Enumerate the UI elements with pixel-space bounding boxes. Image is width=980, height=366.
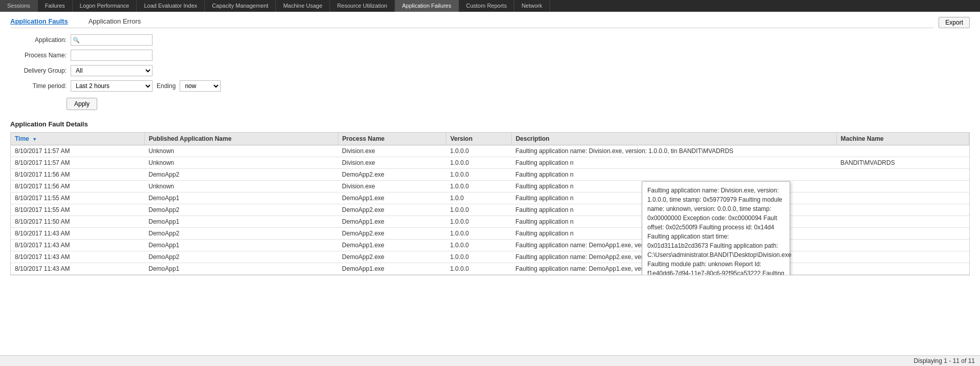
table-title: Application Fault Details xyxy=(10,120,970,128)
nav-failures[interactable]: Failures xyxy=(38,0,73,12)
nav-load-evaluator[interactable]: Load Evaluator Index xyxy=(137,0,205,12)
nav-resource-utilization[interactable]: Resource Utilization xyxy=(330,0,395,12)
time-period-label: Time period: xyxy=(10,82,67,90)
table-row[interactable]: 8/10/2017 11:55 AMDemoApp2DemoApp2.exe1.… xyxy=(11,204,969,216)
table-row[interactable]: 8/10/2017 11:55 AMDemoApp1DemoApp1.exe1.… xyxy=(11,192,969,204)
nav-network[interactable]: Network xyxy=(514,0,550,12)
col-time[interactable]: Time ▼ xyxy=(11,133,144,145)
time-row: Last 2 hours Last 4 hours Last 24 hours … xyxy=(71,80,221,92)
main-content: Application Faults Application Errors Ex… xyxy=(0,12,980,281)
table-header: Time ▼ Published Application Name Proces… xyxy=(11,133,969,145)
table-row[interactable]: 8/10/2017 11:50 AMDemoApp1DemoApp1.exe1.… xyxy=(11,216,969,228)
top-navigation: Sessions Failures Logon Performance Load… xyxy=(0,0,980,12)
application-input[interactable] xyxy=(71,34,153,46)
col-app-name[interactable]: Published Application Name xyxy=(144,133,338,145)
tab-application-errors[interactable]: Application Errors xyxy=(89,17,141,25)
nav-machine-usage[interactable]: Machine Usage xyxy=(276,0,330,12)
delivery-group-filter-row: Delivery Group: All Group1 Group2 xyxy=(10,65,970,76)
application-filter-row: Application: 🔍 xyxy=(10,34,970,46)
col-process-name[interactable]: Process Name xyxy=(338,133,446,145)
search-icon: 🔍 xyxy=(73,37,80,44)
application-search-wrapper: 🔍 xyxy=(71,34,153,46)
table-row[interactable]: 8/10/2017 11:56 AMDemoApp2DemoApp2.exe1.… xyxy=(11,169,969,181)
nav-sessions[interactable]: Sessions xyxy=(0,0,38,12)
table-body: 8/10/2017 11:57 AMUnknownDivision.exe1.0… xyxy=(11,145,969,275)
col-description[interactable]: Description xyxy=(511,133,836,145)
ending-select[interactable]: now 1 hour ago 2 hours ago xyxy=(180,80,221,92)
time-period-filter-row: Time period: Last 2 hours Last 4 hours L… xyxy=(10,80,970,92)
ending-label: Ending xyxy=(157,82,176,90)
apply-button[interactable]: Apply xyxy=(67,98,97,110)
table-row[interactable]: 8/10/2017 11:43 AMDemoApp1DemoApp1.exe1.… xyxy=(11,263,969,275)
table-row[interactable]: 8/10/2017 11:43 AMDemoApp2DemoApp2.exe1.… xyxy=(11,251,969,263)
table-row[interactable]: 8/10/2017 11:57 AMUnknownDivision.exe1.0… xyxy=(11,157,969,169)
nav-capacity-management[interactable]: Capacity Management xyxy=(205,0,276,12)
nav-logon-performance[interactable]: Logon Performance xyxy=(73,0,137,12)
table-row[interactable]: 8/10/2017 11:43 AMDemoApp2DemoApp2.exe1.… xyxy=(11,228,969,240)
fault-table: Time ▼ Published Application Name Proces… xyxy=(11,133,969,275)
delivery-group-select[interactable]: All Group1 Group2 xyxy=(71,65,153,76)
nav-custom-reports[interactable]: Custom Reports xyxy=(459,0,514,12)
process-name-label: Process Name: xyxy=(10,52,67,59)
sort-arrow-icon: ▼ xyxy=(32,137,37,142)
tab-application-faults[interactable]: Application Faults xyxy=(10,17,68,25)
col-machine-name[interactable]: Machine Name xyxy=(836,133,969,145)
process-name-filter-row: Process Name: xyxy=(10,50,970,61)
process-name-input[interactable] xyxy=(71,50,153,61)
nav-application-failures[interactable]: Application Failures xyxy=(395,0,459,12)
tooltip-text: Faulting application name: Division.exe,… xyxy=(647,187,791,275)
table-row[interactable]: 8/10/2017 11:56 AMUnknownDivision.exe1.0… xyxy=(11,181,969,192)
apply-row: Apply xyxy=(67,96,970,110)
table-row[interactable]: 8/10/2017 11:43 AMDemoApp1DemoApp1.exe1.… xyxy=(11,240,969,251)
application-label: Application: xyxy=(10,36,67,44)
filter-form: Application: 🔍 Process Name: Delivery Gr… xyxy=(10,34,970,110)
time-period-select[interactable]: Last 2 hours Last 4 hours Last 24 hours … xyxy=(71,80,153,92)
table-section: Application Fault Details Time ▼ Publish… xyxy=(10,120,970,275)
tooltip-overlay: Faulting application name: Division.exe,… xyxy=(642,181,790,275)
table-scroll-container[interactable]: Time ▼ Published Application Name Proces… xyxy=(10,132,970,275)
table-row[interactable]: 8/10/2017 11:57 AMUnknownDivision.exe1.0… xyxy=(11,145,969,157)
col-version[interactable]: Version xyxy=(446,133,511,145)
delivery-group-label: Delivery Group: xyxy=(10,67,67,74)
export-button[interactable]: Export xyxy=(939,17,970,28)
section-header: Application Faults Application Errors Ex… xyxy=(10,17,970,28)
